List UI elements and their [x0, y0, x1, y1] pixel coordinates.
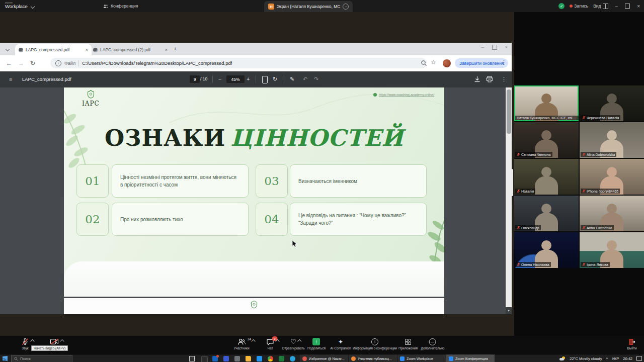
task-view-icon[interactable] — [189, 356, 195, 361]
taskbar-icon-app2[interactable] — [223, 356, 229, 361]
forward-icon[interactable]: → — [18, 60, 24, 67]
search-icon[interactable] — [421, 60, 427, 66]
participants-button[interactable]: 34 Участники — [233, 338, 249, 350]
scroll-down-button[interactable]: ▾ — [506, 307, 512, 314]
tab-meeting[interactable]: Конференция — [103, 0, 138, 12]
pdf-zoom-level[interactable]: 45% — [226, 75, 245, 83]
notification-center-icon[interactable] — [636, 356, 642, 361]
zoom-logo: zoom Workplace — [5, 1, 28, 9]
clock[interactable]: 20:42 — [623, 356, 632, 361]
meeting-info-button[interactable]: i Информация о конференции — [353, 338, 397, 350]
zoom-in-icon[interactable]: + — [247, 76, 250, 82]
taskbar-icon-outlook[interactable] — [212, 356, 218, 361]
window-favicon — [400, 356, 405, 361]
view-button[interactable]: Вид — [593, 4, 608, 9]
video-tile[interactable]: Наталія — [514, 159, 579, 195]
taskbar-icon-app1[interactable] — [201, 356, 208, 362]
pdf-sidebar-toggle-icon[interactable]: ≡ — [9, 76, 12, 82]
taskbar-icon-chrome[interactable] — [268, 356, 273, 361]
pdf-page-input[interactable]: 9 — [190, 75, 200, 83]
tab-close-icon[interactable]: × — [165, 47, 168, 52]
profile-avatar[interactable] — [443, 59, 451, 67]
start-button[interactable] — [3, 356, 8, 361]
taskbar-window-button[interactable]: Избранное @ Nazar... — [300, 354, 349, 362]
reload-icon[interactable]: ↻ — [30, 60, 35, 67]
pdf-menu-kebab-icon[interactable]: ⋮ — [501, 76, 507, 82]
tray-chevron[interactable]: ^ — [606, 356, 608, 361]
video-tile[interactable]: Anna Lutchenko — [580, 196, 644, 231]
apps-button[interactable]: Приложения — [398, 338, 418, 350]
minimize-button[interactable]: – — [613, 4, 620, 9]
zoom-out-icon[interactable]: − — [218, 76, 221, 82]
collapse-tab-icon[interactable]: – — [343, 4, 349, 10]
tab-screen-share[interactable]: Н Экран (Наталя Кушнаренко, МС – — [264, 1, 353, 12]
browser-tab-active[interactable]: LAPC_compressed.pdf × — [15, 44, 92, 55]
video-options-chevron[interactable] — [60, 339, 64, 343]
pdf-scrollbar-thumb[interactable] — [507, 89, 511, 134]
undo-icon[interactable]: ↶ — [303, 76, 307, 82]
taskbar-icon-telegram[interactable] — [290, 356, 295, 361]
video-tile[interactable]: Alina Dobrovolska — [580, 122, 644, 158]
react-chevron[interactable] — [298, 339, 302, 343]
new-tab-button[interactable]: + — [174, 46, 177, 52]
close-button[interactable]: × — [635, 4, 642, 9]
pdf-page-total: / 10 — [200, 76, 207, 81]
participants-chevron[interactable] — [251, 339, 255, 343]
tab-close-icon[interactable]: × — [86, 47, 88, 52]
video-tile[interactable]: Черешнева Наталія — [580, 85, 644, 121]
card-number: 01 — [76, 164, 109, 198]
brand-chevron-icon[interactable] — [31, 5, 35, 9]
taskbar-window-button[interactable]: Zoom Workplace — [397, 354, 446, 362]
video-tile[interactable]: Ірина Янкова — [580, 232, 644, 268]
recording-indicator[interactable]: Запись — [570, 4, 588, 9]
file-info-icon[interactable]: i — [55, 60, 61, 66]
audio-options-chevron[interactable] — [30, 339, 34, 343]
leave-button[interactable]: Выйти — [627, 338, 636, 350]
chrome-maximize-button[interactable] — [492, 45, 497, 50]
tab-search-button[interactable] — [4, 45, 12, 53]
maximize-button[interactable] — [625, 4, 630, 9]
annotate-pen-icon[interactable]: ✎ — [290, 76, 294, 82]
video-tile[interactable]: iPhone (igor)484465 — [580, 159, 644, 195]
taskbar-icon-mail[interactable] — [257, 356, 262, 361]
slide-link[interactable]: https://www.coaching-academy.online/ — [373, 93, 434, 97]
chrome-menu-kebab-icon[interactable]: ⋮ — [501, 59, 507, 66]
update-chrome-button[interactable]: Завершити оновлення — [455, 58, 508, 68]
download-icon[interactable] — [474, 76, 480, 83]
taskbar-window-button-active[interactable]: Zoom Конференция — [446, 354, 495, 362]
panel-scrollbar-thumb[interactable] — [511, 169, 513, 196]
chrome-close-button[interactable]: × — [505, 45, 508, 50]
fit-page-icon[interactable] — [262, 76, 268, 83]
share-button[interactable]: ↑ Поделиться — [307, 338, 326, 350]
pdf-scrollbar-track[interactable] — [506, 87, 512, 314]
bookmark-star-icon[interactable]: ☆ — [431, 59, 436, 66]
more-ellipsis-icon: … — [429, 338, 436, 345]
video-tile[interactable]: Світлана Чепурна — [514, 122, 579, 158]
language-indicator[interactable]: УКР — [612, 356, 619, 361]
chat-chevron[interactable] — [275, 339, 279, 343]
chat-button[interactable]: 9 Чат — [267, 338, 274, 350]
video-tile[interactable]: Олександр — [514, 196, 579, 231]
taskbar-icon-volume[interactable] — [234, 356, 240, 361]
participant-name: Alina Dobrovolska — [587, 153, 615, 156]
redo-icon[interactable]: ↷ — [314, 76, 318, 82]
pdf-viewport[interactable]: IAPC https://www.coaching-academy.online… — [0, 87, 512, 314]
ai-companion-button[interactable]: ✦ AI Companion — [330, 338, 351, 350]
share-screen-icon: ↑ — [313, 338, 320, 345]
audio-button[interactable]: Звук — [22, 338, 29, 350]
taskbar-search[interactable]: Поиск — [11, 355, 72, 362]
chrome-minimize-button[interactable]: – — [481, 45, 484, 50]
url-omnibox[interactable]: i Файл C:/Users/PC/Downloads/Telegram%20… — [50, 58, 427, 68]
browser-tab-inactive[interactable]: LAPC_compressed (2).pdf × — [90, 44, 171, 55]
taskbar-icon-explorer[interactable] — [246, 356, 251, 361]
video-tile[interactable]: Наталя Кушнаренко, МСС ICF, співзасн.. — [514, 85, 579, 121]
more-button[interactable]: … Дополнительно — [421, 338, 445, 350]
rotate-icon[interactable]: ↻ — [273, 76, 277, 82]
back-icon[interactable]: ← — [6, 60, 12, 67]
taskbar-window-button[interactable]: Участник публикац... — [349, 354, 397, 362]
react-button[interactable]: ♡ Отреагировать — [282, 338, 304, 350]
weather-text[interactable]: 22°C Mostly cloudy — [570, 356, 602, 361]
print-icon[interactable] — [486, 76, 493, 82]
taskbar-icon-excel[interactable] — [279, 356, 284, 361]
video-tile[interactable]: Олена Ніколаєва — [514, 232, 579, 268]
